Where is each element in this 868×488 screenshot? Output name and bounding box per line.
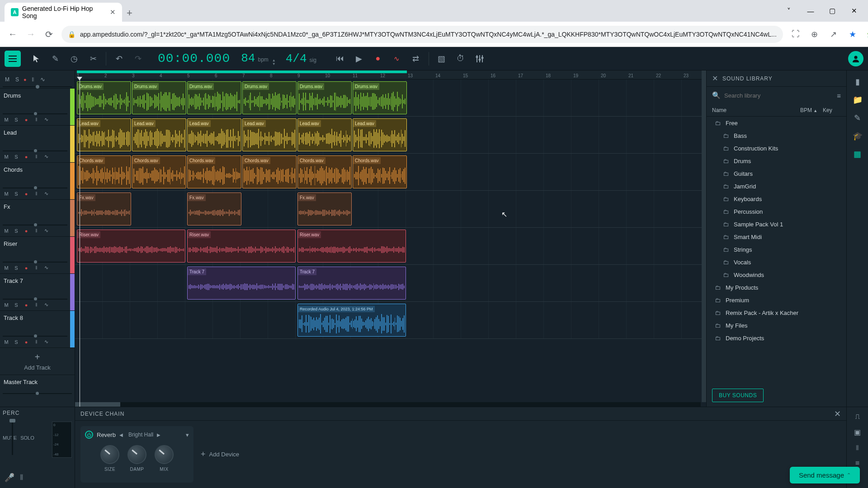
more-icon[interactable]: ≡: [855, 459, 859, 467]
audio-clip[interactable]: Track 7: [187, 267, 296, 300]
track-arm-icon[interactable]: ●: [23, 117, 30, 122]
metronome-icon[interactable]: ▧: [433, 50, 451, 68]
audio-clip[interactable]: Lead.wav: [297, 118, 352, 151]
track-mute[interactable]: M: [3, 191, 10, 197]
track-header[interactable]: DrumsMS●⦀∿: [0, 89, 75, 126]
translate-icon[interactable]: ⛶: [788, 26, 804, 42]
share-icon[interactable]: ↗: [826, 26, 842, 42]
automation-icon[interactable]: ∿: [388, 50, 406, 68]
audio-clip[interactable]: Drums.wav: [187, 81, 241, 114]
track-arm-icon[interactable]: ●: [23, 265, 30, 271]
mic-icon[interactable]: 🎤: [5, 473, 14, 483]
audio-clip[interactable]: Drums.wav: [353, 81, 407, 114]
count-in-icon[interactable]: ⏱: [452, 50, 470, 68]
arm-record-icon[interactable]: ●: [24, 77, 27, 82]
piano-icon[interactable]: ⦀: [856, 444, 859, 452]
track-header[interactable]: Track 8MS●⦀∿: [0, 311, 75, 348]
library-tab-icon[interactable]: 📁: [853, 95, 863, 105]
library-folder[interactable]: 🗀Vocals: [707, 256, 846, 268]
track-header[interactable]: FxMS●⦀∿: [0, 200, 75, 237]
audio-clip[interactable]: Lead.wav: [353, 118, 407, 151]
track-eq-icon[interactable]: ⦀: [33, 117, 40, 122]
track-lane[interactable]: Track 7Track 7: [75, 265, 706, 302]
track-lane[interactable]: Drums.wavDrums.wavDrums.wavDrums.wavDrum…: [75, 80, 706, 117]
play-icon[interactable]: ▶: [350, 50, 368, 68]
bars-icon[interactable]: ⦀: [20, 473, 24, 483]
library-folder[interactable]: 🗀Demo Projects: [707, 332, 846, 344]
audio-clip[interactable]: Lead.wav: [187, 118, 241, 151]
hamburger-menu[interactable]: [5, 51, 21, 67]
audio-clip[interactable]: Track 7: [297, 267, 406, 300]
panel-icon[interactable]: ▣: [854, 428, 861, 436]
automation-line-icon[interactable]: ∿: [39, 76, 47, 83]
col-key[interactable]: Key: [823, 107, 841, 113]
tempo-control[interactable]: 84 bpm ▲▼: [241, 52, 275, 66]
library-folder[interactable]: 🗀Strings: [707, 243, 846, 256]
audio-clip[interactable]: Drums.wav: [132, 81, 186, 114]
track-arm-icon[interactable]: ●: [23, 191, 30, 197]
library-folder[interactable]: 🗀Remix Pack - Artik x Kacher: [707, 306, 846, 319]
reload-icon[interactable]: ⟳: [41, 26, 57, 42]
track-volume-slider[interactable]: [3, 113, 67, 114]
library-folder[interactable]: 🗀Free: [707, 117, 846, 129]
filter-icon[interactable]: ≡: [837, 92, 841, 99]
extensions-icon[interactable]: 🧩: [863, 26, 868, 42]
audio-clip[interactable]: Drums.wav: [297, 81, 352, 114]
track-lane[interactable]: Fx.wavFx.wavFx.wav: [75, 191, 706, 228]
audio-clip[interactable]: Riser.wav: [187, 230, 296, 263]
audio-clip[interactable]: Chords.wav: [297, 155, 352, 188]
track-mute[interactable]: M: [3, 339, 10, 345]
library-folder[interactable]: 🗀Sample Pack Vol 1: [707, 218, 846, 230]
track-volume-slider[interactable]: [3, 262, 67, 263]
user-profile-icon[interactable]: [848, 51, 863, 66]
back-icon[interactable]: ←: [5, 26, 21, 42]
library-folder[interactable]: 🗀Guitars: [707, 167, 846, 180]
track-mute[interactable]: M: [3, 302, 10, 308]
url-field[interactable]: 🔒 app.ampedstudio.com/?_gl=1*zkt20c*_ga*…: [61, 26, 783, 43]
track-eq-icon[interactable]: ⦀: [33, 191, 40, 197]
track-lane[interactable]: Chords.wavChords.wavChords.wavChords.wav…: [75, 154, 706, 191]
channel-fader[interactable]: [9, 419, 15, 422]
track-mute[interactable]: M: [3, 117, 10, 122]
library-folder[interactable]: 🗀My Files: [707, 319, 846, 332]
mute-label[interactable]: M: [4, 76, 11, 83]
buy-sounds-button[interactable]: BUY SOUNDS: [712, 389, 764, 402]
channel-mute[interactable]: MUTE: [3, 435, 17, 441]
track-eq-icon[interactable]: ⦀: [33, 154, 40, 160]
tempo-stepper-icon[interactable]: ▲▼: [272, 59, 276, 66]
time-display[interactable]: 00:00.000: [158, 52, 230, 66]
reverb-device[interactable]: ⏻ Reverb ◀ Bright Hall ▶ ▾ SIZEDAMPMIX: [80, 426, 193, 483]
audio-clip[interactable]: Chords.wav: [353, 155, 407, 188]
volume-slider[interactable]: [3, 86, 72, 87]
track-solo[interactable]: S: [13, 265, 20, 271]
track-header[interactable]: RiserMS●⦀∿: [0, 237, 75, 274]
track-mute[interactable]: M: [3, 154, 10, 160]
track-eq-icon[interactable]: ⦀: [33, 302, 40, 308]
audio-clip[interactable]: Chords.wav: [242, 155, 297, 188]
track-mute[interactable]: M: [3, 265, 10, 271]
audio-clip[interactable]: Riser.wav: [77, 230, 185, 263]
audio-clip[interactable]: Lead.wav: [242, 118, 297, 151]
track-auto-icon[interactable]: ∿: [42, 265, 50, 271]
master-volume-slider[interactable]: [3, 393, 72, 394]
add-device-button[interactable]: + Add Device: [201, 450, 239, 459]
preset-dropdown-icon[interactable]: ▾: [186, 432, 189, 438]
audio-clip[interactable]: Chords.wav: [77, 155, 131, 188]
library-folder[interactable]: 🗀Smart Midi: [707, 230, 846, 243]
audio-clip[interactable]: Fx.wav: [297, 192, 352, 225]
track-header[interactable]: Track 7MS●⦀∿: [0, 274, 75, 311]
waveform-icon[interactable]: ⎍: [855, 413, 860, 421]
close-window-icon[interactable]: ✕: [844, 4, 864, 18]
track-volume-slider[interactable]: [3, 188, 67, 188]
track-volume-slider[interactable]: [3, 336, 67, 337]
track-solo[interactable]: S: [13, 117, 20, 122]
track-arm-icon[interactable]: ●: [23, 154, 30, 160]
track-volume-slider[interactable]: [3, 299, 67, 300]
library-folder[interactable]: 🗀Percussion: [707, 205, 846, 218]
track-header[interactable]: ChordsMS●⦀∿: [0, 163, 75, 200]
track-auto-icon[interactable]: ∿: [42, 339, 50, 345]
forward-icon[interactable]: →: [23, 26, 39, 42]
track-arm-icon[interactable]: ●: [23, 339, 30, 345]
track-solo[interactable]: S: [13, 191, 20, 197]
knob-dial[interactable]: [155, 445, 174, 464]
